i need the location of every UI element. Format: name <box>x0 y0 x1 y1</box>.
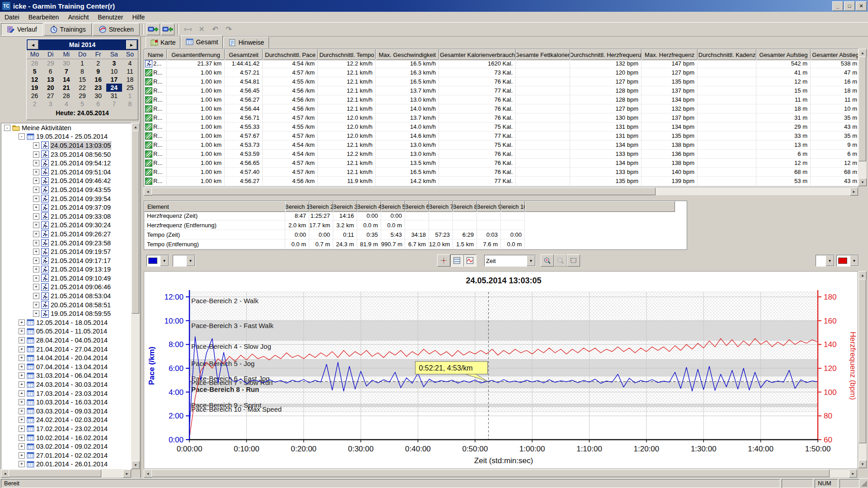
table-cell[interactable]: 4:57.67 <box>225 131 263 141</box>
table-cell[interactable]: 12.1 km/h <box>318 68 376 77</box>
column-header-9[interactable]: Durchschnittl. Herzfrequenz <box>570 49 642 60</box>
zones-column-header[interactable]: Bereich 5 <box>381 201 405 212</box>
chart-horizontal-scrollbar[interactable]: ◄► <box>144 469 857 477</box>
tree-item[interactable]: +21.05.2014 09:23:58 <box>1 239 132 248</box>
table-cell[interactable]: 16.5 km/h <box>376 168 439 177</box>
table-cell[interactable]: 1.00 km <box>167 141 225 150</box>
tree-item[interactable]: +03.02.2014 - 09.02.2014 <box>1 442 132 451</box>
calendar-day[interactable]: 8 <box>122 100 138 108</box>
expand-expand-icon[interactable]: + <box>33 310 39 317</box>
table-cell[interactable]: 4:56.65 <box>225 159 263 168</box>
right-series-color-dropdown[interactable]: ▼ <box>836 255 859 267</box>
dropdown-arrow-icon[interactable]: ▼ <box>186 255 195 266</box>
table-cell[interactable]: 14.6 km/h <box>376 131 439 141</box>
table-cell[interactable]: 127 bpm <box>570 77 642 86</box>
column-header-6[interactable]: Max. Geschwindigkeit <box>376 49 439 60</box>
table-cell[interactable]: 1.00 km <box>167 177 225 186</box>
table-cell[interactable]: 4:56.45 <box>225 86 263 95</box>
table-row-name[interactable]: R... <box>144 113 167 122</box>
tree-item[interactable]: +21.05.2014 09:13:19 <box>1 265 132 274</box>
table-cell[interactable]: 4:54 /km <box>263 59 318 68</box>
table-cell[interactable]: 130 bpm <box>570 113 642 122</box>
table-cell[interactable]: 1.00 km <box>167 95 225 104</box>
expand-expand-icon[interactable]: + <box>33 284 39 290</box>
table-cell[interactable]: 4:57 /km <box>263 168 318 177</box>
table-cell[interactable] <box>516 113 570 122</box>
tree-item[interactable]: +21.05.2014 09:19:57 <box>1 247 132 256</box>
close-button[interactable]: ✕ <box>856 1 867 11</box>
zones-cell[interactable]: 0:00 <box>357 211 381 221</box>
calendar-day[interactable]: 15 <box>74 75 90 84</box>
table-cell[interactable]: 68 m <box>811 168 859 177</box>
zones-cell[interactable]: 6.7 km <box>405 239 429 249</box>
tree-item[interactable]: +21.05.2014 09:39:54 <box>1 194 132 203</box>
table-cell[interactable] <box>698 68 756 77</box>
calendar-day[interactable]: 12 <box>27 75 42 84</box>
tree-item[interactable]: +21.05.2014 09:37:09 <box>1 203 132 212</box>
calendar-day[interactable]: 1 <box>122 92 138 100</box>
calendar-day[interactable]: 4 <box>58 100 74 108</box>
column-header-8[interactable]: Gesamte Fettkalorien <box>516 49 570 60</box>
calendar-day[interactable]: 19 <box>27 84 42 92</box>
expand-expand-icon[interactable]: + <box>33 275 39 282</box>
calendar-day-selected[interactable]: 24 <box>106 84 122 92</box>
calendar-day[interactable]: 17 <box>106 75 122 84</box>
table-cell[interactable]: 4:56.71 <box>225 113 263 122</box>
calendar-day[interactable]: 6 <box>42 67 58 75</box>
table-cell[interactable]: 12.1 km/h <box>318 104 376 113</box>
expand-expand-icon[interactable]: + <box>33 178 39 184</box>
zones-cell[interactable] <box>429 221 453 230</box>
zones-cell[interactable] <box>501 211 525 221</box>
tab-hinweise[interactable]: Hinweise <box>223 37 269 48</box>
table-cell[interactable]: 10 m <box>811 104 859 113</box>
expand-expand-icon[interactable]: + <box>19 355 25 361</box>
table-cell[interactable]: 137 bpm <box>642 113 698 122</box>
zones-cell[interactable]: 5:43 <box>381 230 405 239</box>
tree-vertical-scrollbar[interactable]: ▲▼ <box>131 123 139 469</box>
zones-column-header[interactable]: Bereich 10 <box>501 201 525 212</box>
table-cell[interactable]: 12.0 km/h <box>318 131 376 141</box>
table-cell[interactable]: 1.00 km <box>167 159 225 168</box>
scroll-up-arrow-icon[interactable]: ▲ <box>859 271 867 279</box>
zones-cell[interactable]: 0:00 <box>285 230 309 239</box>
table-cell[interactable]: 134 bpm <box>570 159 642 168</box>
zones-cell[interactable] <box>405 221 429 230</box>
expand-expand-icon[interactable]: + <box>19 390 25 397</box>
zones-cell[interactable]: 0.7 m <box>309 239 333 249</box>
zones-cell[interactable]: 0:03 <box>477 230 501 239</box>
crosshair-toggle-button[interactable] <box>437 254 450 267</box>
expand-expand-icon[interactable]: + <box>33 160 39 166</box>
table-row-name[interactable]: R... <box>144 77 167 86</box>
zones-column-header[interactable]: Bereich 1 <box>285 201 309 212</box>
table-cell[interactable]: 135 bpm <box>642 77 698 86</box>
tab-karte[interactable]: Karte <box>146 37 180 48</box>
curve-toggle-button[interactable] <box>463 254 476 267</box>
receive-from-device-icon[interactable] <box>161 23 175 35</box>
table-cell[interactable]: 4:57 /km <box>263 131 318 141</box>
calendar-day[interactable]: 28 <box>58 92 74 100</box>
zones-cell[interactable] <box>453 211 477 221</box>
calendar-day[interactable]: 29 <box>74 92 90 100</box>
tree-item[interactable]: +12.05.2014 - 18.05.2014 <box>1 318 132 327</box>
table-row-name[interactable]: R... <box>144 104 167 113</box>
menu-item-ansicht[interactable]: Ansicht <box>63 13 93 22</box>
table-cell[interactable]: 14.2 km/h <box>376 177 439 186</box>
tree-item[interactable]: +10.03.2014 - 16.03.2014 <box>1 398 132 407</box>
calendar-day[interactable]: 3 <box>42 100 58 108</box>
tree-item[interactable]: +07.04.2014 - 13.04.2014 <box>1 362 132 371</box>
calendar-day[interactable]: 4 <box>122 59 138 67</box>
table-row-name[interactable]: R... <box>144 177 167 186</box>
scroll-thumb[interactable] <box>859 56 866 161</box>
tree-item[interactable]: +20.01.2014 - 26.01.2014 <box>1 460 132 469</box>
table-cell[interactable]: 16.5 km/h <box>376 77 439 86</box>
redo-icon[interactable]: ↷ <box>222 24 235 35</box>
table-cell[interactable]: 76 Kal. <box>439 159 516 168</box>
scroll-left-arrow-icon[interactable]: ◄ <box>1 469 9 478</box>
table-cell[interactable] <box>698 59 756 68</box>
tree-item[interactable]: +24.05.2014 13:03:05 <box>1 141 132 150</box>
expand-expand-icon[interactable]: + <box>19 417 25 423</box>
zones-cell[interactable]: 14:16 <box>333 211 357 221</box>
table-cell[interactable]: 4:56 /km <box>263 177 318 186</box>
scroll-thumb[interactable] <box>151 469 830 477</box>
zones-cell[interactable]: 0:35 <box>357 230 381 239</box>
